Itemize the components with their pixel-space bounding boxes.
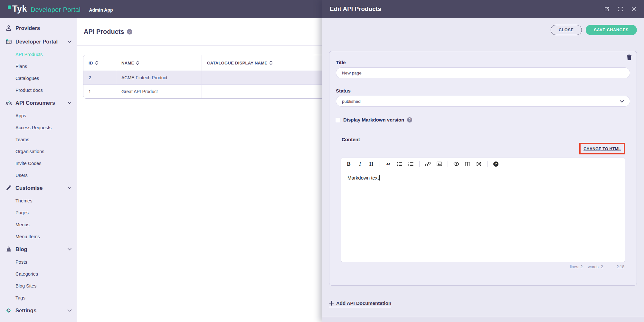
image-icon[interactable] <box>436 161 442 167</box>
sidebar-item-categories[interactable]: Categories <box>0 268 77 280</box>
italic-icon[interactable]: I <box>357 161 363 167</box>
add-api-documentation-link[interactable]: Add API Documentation <box>329 300 391 307</box>
sidebar-item-label: API Products <box>15 52 43 57</box>
cell-id[interactable]: 1 <box>83 84 116 98</box>
sidebar-item-access-requests[interactable]: Access Requests <box>0 122 77 133</box>
link-icon[interactable] <box>425 161 431 167</box>
sidebar-item-label: Apps <box>15 113 26 118</box>
tyk-leaf-icon <box>8 5 11 9</box>
markdown-version-row: Display Markdown version ? <box>336 117 630 122</box>
sidebar-item-providers[interactable]: Providers <box>0 21 77 35</box>
sidebar-item-label: Categories <box>15 271 38 277</box>
display-markdown-checkbox[interactable] <box>336 118 340 122</box>
sidebar-item-product-docs[interactable]: Product docs <box>0 84 77 96</box>
sidebar-item-customise[interactable]: Customise <box>0 181 77 195</box>
sidebar-item-api-consumers[interactable]: API Consumers <box>0 96 77 110</box>
chevron-down-icon[interactable] <box>68 248 71 250</box>
sidebar-item-label: Menu Items <box>15 234 40 239</box>
logo-product-label: Developer Portal <box>31 6 80 14</box>
sidebar-item-menus[interactable]: Menus <box>0 219 77 230</box>
sidebar-item-blog[interactable]: Blog <box>0 242 77 256</box>
status-select[interactable]: published <box>336 96 630 107</box>
sort-icon[interactable] <box>136 61 139 65</box>
quote-icon[interactable]: “ <box>385 161 391 167</box>
sidebar-item-users[interactable]: Users <box>0 169 77 181</box>
providers-icon <box>5 24 13 32</box>
fullscreen-arrows-icon[interactable] <box>476 161 482 167</box>
sidebar-item-posts[interactable]: Posts <box>0 256 77 268</box>
sidebar-item-themes[interactable]: Themes <box>0 195 77 207</box>
cell-name[interactable]: ACME Fintech Product <box>116 71 202 84</box>
sidebar: Providers Developer Portal API Products … <box>0 18 77 322</box>
close-button[interactable]: CLOSE <box>551 25 582 35</box>
heading-icon[interactable]: H <box>368 161 374 167</box>
toolbar-separator <box>419 161 420 167</box>
sidebar-item-tags[interactable]: Tags <box>0 292 77 304</box>
sidebar-item-label: Blog <box>15 246 68 252</box>
help-icon[interactable]: ? <box>127 29 132 34</box>
column-header-id[interactable]: ID <box>83 55 116 71</box>
words-count: words: 2 <box>588 265 603 269</box>
side-by-side-icon[interactable] <box>465 161 470 167</box>
status-value: published <box>342 99 361 104</box>
sort-icon[interactable] <box>95 61 98 65</box>
cell-id[interactable]: 2 <box>83 71 116 84</box>
cursor-position: 2:18 <box>617 265 624 269</box>
sidebar-item-api-products[interactable]: API Products <box>0 48 77 60</box>
sidebar-item-settings[interactable]: Settings <box>0 304 77 317</box>
bold-icon[interactable]: B <box>346 161 352 167</box>
sidebar-item-label: Plans <box>15 64 27 69</box>
sidebar-item-label: Developer Portal <box>15 39 68 45</box>
sidebar-item-plans[interactable]: Plans <box>0 60 77 72</box>
checkbox-label: Display Markdown version <box>343 117 404 122</box>
markdown-editor: B I H “ <box>341 158 625 262</box>
edit-drawer: Edit API Products CLOSE SAVE CHANGES Tit… <box>322 0 644 322</box>
delete-icon[interactable] <box>626 54 632 62</box>
cell-name[interactable]: Great API Product <box>116 84 202 98</box>
sidebar-item-label: Teams <box>15 137 29 142</box>
page-title: API Products <box>84 28 124 35</box>
toolbar-separator <box>487 161 488 167</box>
sidebar-item-teams[interactable]: Teams <box>0 133 77 145</box>
sidebar-item-pages[interactable]: Pages <box>0 207 77 219</box>
ordered-list-icon[interactable] <box>408 161 414 167</box>
markdown-textarea[interactable]: Markdown text <box>341 170 625 262</box>
column-header-name[interactable]: NAME <box>116 55 202 71</box>
logo-text: Tyk <box>12 5 27 13</box>
column-label: ID <box>89 61 93 65</box>
title-input[interactable] <box>336 67 630 78</box>
chevron-down-icon[interactable] <box>68 40 71 43</box>
sidebar-item-developer-portal[interactable]: Developer Portal <box>0 35 77 48</box>
tyk-logo[interactable]: Tyk Developer Portal <box>8 5 80 14</box>
customise-icon <box>5 184 13 192</box>
page-form-card: Title Status published Display Markdown … <box>329 51 637 286</box>
save-changes-button[interactable]: SAVE CHANGES <box>586 25 637 35</box>
content-label: Content <box>342 137 625 142</box>
sidebar-item-blog-sites[interactable]: Blog Sites <box>0 280 77 292</box>
help-glyph: ? <box>493 161 498 167</box>
column-label: NAME <box>121 61 134 65</box>
sort-icon[interactable] <box>270 61 272 65</box>
sidebar-item-invite-codes[interactable]: Invite Codes <box>0 157 77 169</box>
open-external-icon[interactable] <box>604 6 610 12</box>
blog-icon <box>5 245 13 253</box>
sidebar-item-organisations[interactable]: Organisations <box>0 145 77 157</box>
add-api-documentation-label: Add API Documentation <box>336 300 391 306</box>
editor-help-icon[interactable]: ? <box>493 161 499 167</box>
fullscreen-icon[interactable] <box>618 6 623 12</box>
unordered-list-icon[interactable] <box>397 161 402 167</box>
change-to-html-row: CHANGE TO HTML <box>341 143 625 154</box>
sidebar-item-catalogues[interactable]: Catalogues <box>0 72 77 84</box>
change-to-html-button[interactable]: CHANGE TO HTML <box>583 147 621 151</box>
chevron-down-icon[interactable] <box>68 187 71 189</box>
sidebar-item-menu-items[interactable]: Menu Items <box>0 230 77 242</box>
sidebar-item-label: Catalogues <box>15 76 39 81</box>
sidebar-item-label: Tags <box>15 295 25 300</box>
close-icon[interactable] <box>631 7 636 12</box>
sidebar-item-apps[interactable]: Apps <box>0 110 77 122</box>
preview-eye-icon[interactable] <box>453 161 459 167</box>
chevron-down-icon[interactable] <box>68 102 71 104</box>
toolbar-separator <box>380 161 380 167</box>
help-icon[interactable]: ? <box>407 117 412 122</box>
chevron-down-icon[interactable] <box>68 309 71 312</box>
